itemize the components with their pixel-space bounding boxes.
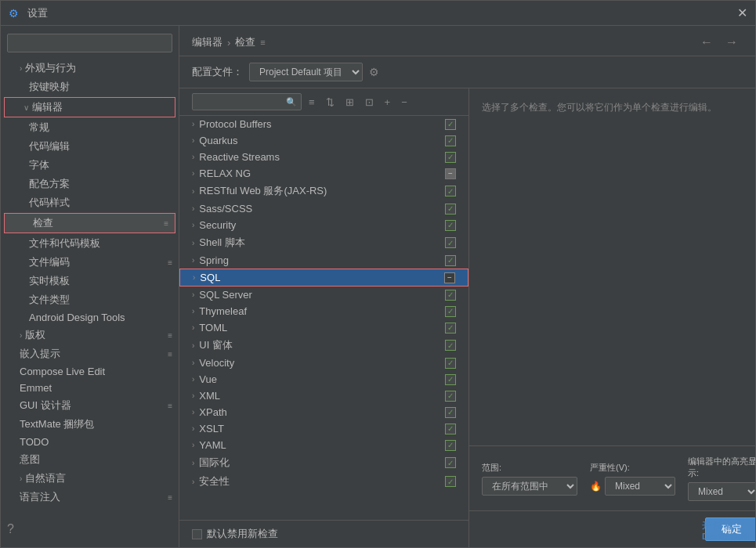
- sidebar-item-intention[interactable]: 意图: [1, 450, 179, 469]
- list-item[interactable]: › Protocol Buffers ✓: [179, 116, 468, 132]
- help-button[interactable]: ?: [1, 516, 179, 543]
- scope-select[interactable]: 在所有范围中: [482, 477, 577, 496]
- expand-all-button[interactable]: ⇅: [322, 95, 338, 110]
- sidebar-item-keymap[interactable]: 按键映射: [1, 78, 179, 96]
- item-checkbox[interactable]: ✓: [445, 457, 456, 468]
- default-checkbox[interactable]: [192, 529, 202, 539]
- inlay-hints-badge: ≡: [168, 350, 172, 359]
- item-arrow: ›: [192, 187, 194, 196]
- sidebar-item-file-types[interactable]: 文件类型: [1, 290, 179, 309]
- severity-label: 严重性(V):: [590, 462, 675, 474]
- item-checkbox[interactable]: ✓: [445, 186, 456, 196]
- group-button[interactable]: ⊞: [342, 95, 358, 110]
- list-item[interactable]: › Thymeleaf ✓: [179, 303, 468, 319]
- filter-icon: ≡: [309, 96, 315, 108]
- list-item[interactable]: › Velocity ✓: [179, 355, 468, 371]
- item-checkbox[interactable]: ✓: [445, 135, 456, 146]
- sidebar-item-android-design[interactable]: Android Design Tools: [1, 309, 179, 326]
- list-item[interactable]: › SQL Server ✓: [179, 287, 468, 303]
- item-checkbox[interactable]: ✓: [445, 358, 456, 369]
- list-item[interactable]: › XML ✓: [179, 388, 468, 404]
- item-checkbox[interactable]: ✓: [445, 440, 456, 451]
- item-checkbox[interactable]: ✓: [445, 237, 456, 248]
- item-checkbox[interactable]: ✓: [445, 255, 456, 266]
- sidebar-item-gui-designer[interactable]: GUI 设计器 ≡: [1, 396, 179, 415]
- sidebar-item-copyright[interactable]: › 版权 ≡: [1, 326, 179, 344]
- list-item[interactable]: › Vue ✓: [179, 371, 468, 388]
- sidebar-item-file-templates[interactable]: 文件和代码模板: [1, 234, 179, 253]
- list-item[interactable]: › Shell 脚本 ✓: [179, 233, 468, 252]
- item-arrow: ›: [192, 375, 194, 384]
- list-item[interactable]: › Reactive Streams ✓: [179, 149, 468, 165]
- remove-button[interactable]: −: [397, 95, 411, 110]
- highlight-select[interactable]: Mixed: [688, 482, 755, 501]
- list-item[interactable]: › 安全性 ✓: [179, 472, 468, 491]
- list-item[interactable]: › Quarkus ✓: [179, 132, 468, 149]
- sidebar-item-language-injection[interactable]: 语言注入 ≡: [1, 488, 179, 507]
- item-checkbox[interactable]: −: [445, 168, 456, 179]
- item-checkbox[interactable]: ✓: [445, 340, 456, 351]
- gear-icon[interactable]: ⚙: [369, 66, 379, 78]
- filter-button[interactable]: ≡: [305, 95, 319, 110]
- item-checkbox[interactable]: ✓: [445, 306, 456, 317]
- list-search-input[interactable]: [192, 93, 302, 110]
- list-item[interactable]: › RESTful Web 服务(JAX-RS) ✓: [179, 182, 468, 200]
- add-button[interactable]: +: [381, 95, 395, 110]
- item-checkbox[interactable]: ✓: [445, 476, 456, 487]
- list-item[interactable]: › Sass/SCSS ✓: [179, 200, 468, 217]
- item-name: XSLT: [199, 423, 445, 434]
- sidebar-item-editor[interactable]: ∨ 编辑器: [4, 97, 175, 117]
- sidebar-item-general[interactable]: 常规: [1, 118, 179, 137]
- item-checkbox[interactable]: ✓: [445, 204, 456, 215]
- sidebar-item-file-encoding[interactable]: 文件编码 ≡: [1, 253, 179, 272]
- sidebar-item-label: 代码样式: [29, 196, 70, 210]
- item-checkbox[interactable]: ✓: [445, 152, 456, 163]
- sidebar-item-emmet[interactable]: Emmet: [1, 380, 179, 396]
- close-button[interactable]: ✕: [737, 5, 747, 20]
- forward-button[interactable]: →: [721, 34, 743, 51]
- list-item[interactable]: › Security ✓: [179, 217, 468, 233]
- item-checkbox[interactable]: ✓: [445, 119, 456, 130]
- config-select[interactable]: Project Default 项目: [249, 63, 363, 81]
- list-item[interactable]: › TOML ✓: [179, 319, 468, 336]
- sidebar-search-input[interactable]: [7, 34, 172, 52]
- list-item[interactable]: › YAML ✓: [179, 437, 468, 453]
- back-button[interactable]: ←: [696, 34, 718, 51]
- item-name: 安全性: [199, 474, 445, 489]
- copy-button[interactable]: ⊡: [361, 95, 378, 110]
- list-item[interactable]: › 国际化 ✓: [179, 453, 468, 472]
- sidebar-item-inlay-hints[interactable]: 嵌入提示 ≡: [1, 344, 179, 363]
- item-checkbox[interactable]: ✓: [445, 424, 456, 434]
- severity-select[interactable]: Mixed: [605, 477, 675, 496]
- item-checkbox[interactable]: ✓: [445, 290, 456, 301]
- list-item[interactable]: › RELAX NG −: [179, 165, 468, 182]
- list-item-sql[interactable]: › SQL −: [179, 269, 468, 287]
- confirm-button[interactable]: 确定: [705, 517, 755, 541]
- sidebar-item-code-editing[interactable]: 代码编辑: [1, 137, 179, 156]
- list-item[interactable]: › Spring ✓: [179, 252, 468, 269]
- item-checkbox[interactable]: ✓: [445, 407, 456, 418]
- list-item[interactable]: › UI 窗体 ✓: [179, 336, 468, 355]
- item-checkbox[interactable]: −: [444, 272, 455, 283]
- scope-group: 范围: 在所有范围中: [482, 462, 577, 496]
- sidebar-item-label: 编辑器: [32, 100, 63, 114]
- item-checkbox[interactable]: ✓: [445, 220, 456, 231]
- sidebar-item-font[interactable]: 字体: [1, 156, 179, 175]
- sidebar-item-live-templates[interactable]: 实时模板: [1, 272, 179, 290]
- item-checkbox[interactable]: ✓: [445, 391, 456, 402]
- sidebar-item-inspections[interactable]: 检查 ≡: [4, 213, 175, 233]
- sidebar-item-label: 文件和代码模板: [29, 236, 100, 251]
- sidebar-item-textmate[interactable]: TextMate 捆绑包: [1, 415, 179, 434]
- copyright-badge: ≡: [168, 331, 172, 340]
- sidebar-item-appearance[interactable]: › 外观与行为: [1, 59, 179, 78]
- sidebar-item-todo[interactable]: TODO: [1, 434, 179, 450]
- item-checkbox[interactable]: ✓: [445, 323, 456, 333]
- sidebar-item-natural-language[interactable]: › 自然语言: [1, 469, 179, 488]
- list-item[interactable]: › XPath ✓: [179, 404, 468, 420]
- list-item[interactable]: › XSLT ✓: [179, 420, 468, 437]
- sidebar-item-code-style[interactable]: 代码样式: [1, 193, 179, 212]
- sidebar-item-compose-live-edit[interactable]: Compose Live Edit: [1, 363, 179, 380]
- sidebar-item-color-scheme[interactable]: 配色方案: [1, 175, 179, 193]
- item-checkbox[interactable]: ✓: [445, 374, 456, 385]
- sidebar-item-label: 版权: [25, 328, 45, 342]
